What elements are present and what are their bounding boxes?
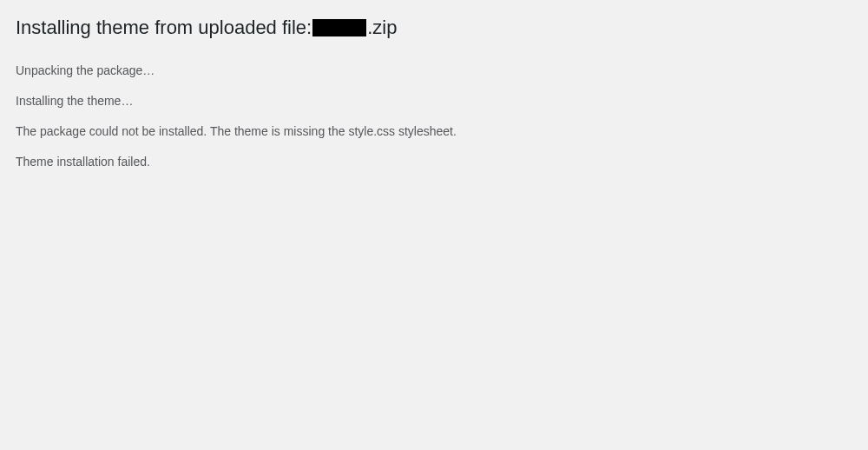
- file-extension: .zip: [367, 16, 397, 41]
- title-prefix: Installing theme from uploaded file:: [16, 16, 312, 41]
- status-unpacking: Unpacking the package…: [16, 62, 852, 80]
- status-error: The package could not be installed. The …: [16, 122, 852, 141]
- status-failed: Theme installation failed.: [16, 153, 852, 171]
- redacted-filename: [312, 19, 366, 36]
- page-title: Installing theme from uploaded file: .zi…: [16, 16, 852, 41]
- status-installing: Installing the theme…: [16, 92, 852, 110]
